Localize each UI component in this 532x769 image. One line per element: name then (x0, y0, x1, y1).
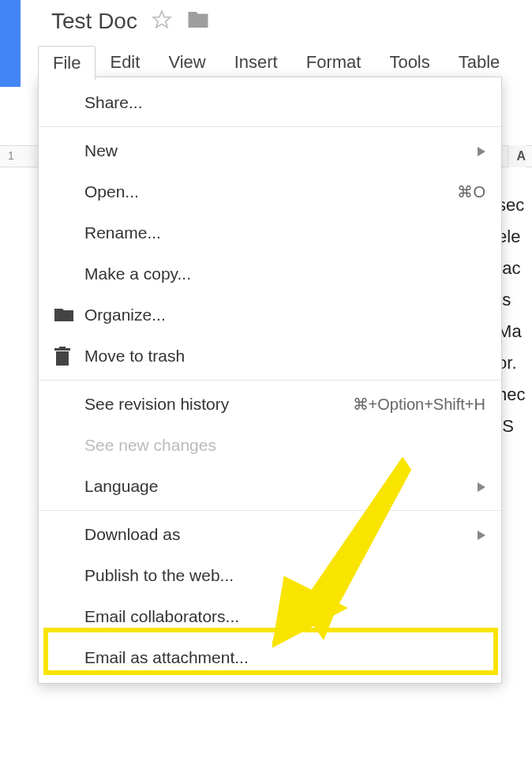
svg-rect-2 (56, 351, 69, 366)
menu-new-changes-label: See new changes (84, 436, 485, 455)
menu-make-copy-label: Make a copy... (84, 264, 485, 283)
menu-email-attachment[interactable]: Email as attachment... (39, 637, 501, 678)
menu-rename[interactable]: Rename... (39, 212, 501, 253)
menu-separator (39, 126, 501, 127)
file-menu-dropdown: Share... New Open... ⌘O Rename... Make a… (38, 77, 502, 684)
svg-marker-6 (478, 531, 485, 540)
menu-email-collaborators[interactable]: Email collaborators... (39, 596, 501, 637)
ruler-mark: 1 (8, 149, 14, 162)
menu-organize[interactable]: Organize... (39, 294, 501, 336)
menu-publish-label: Publish to the web... (84, 566, 485, 585)
submenu-arrow-icon (478, 141, 485, 160)
document-title[interactable]: Test Doc (51, 9, 137, 34)
menu-download-label: Download as (84, 525, 470, 544)
menu-trash-label: Move to trash (84, 347, 485, 366)
submenu-arrow-icon (478, 525, 485, 544)
menu-table[interactable]: Table (444, 46, 515, 81)
menu-view[interactable]: View (154, 46, 219, 81)
menu-organize-label: Organize... (84, 306, 485, 324)
menu-format[interactable]: Format (292, 46, 376, 81)
ruler-right-label: A (508, 145, 526, 167)
star-icon[interactable] (152, 9, 172, 33)
folder-icon[interactable] (186, 8, 210, 35)
menu-bar: File Edit View Insert Format Tools Table (38, 46, 514, 81)
menu-share-label: Share... (84, 93, 485, 112)
menu-share[interactable]: Share... (39, 82, 501, 123)
menu-make-copy[interactable]: Make a copy... (39, 253, 501, 294)
menu-insert[interactable]: Insert (220, 46, 292, 81)
svg-marker-0 (153, 11, 170, 28)
menu-language-label: Language (84, 477, 470, 496)
svg-marker-5 (478, 482, 485, 492)
menu-revision-label: See revision history (84, 395, 353, 414)
menu-email-attach-label: Email as attachment... (84, 648, 485, 667)
menu-file[interactable]: File (38, 46, 96, 81)
menu-edit[interactable]: Edit (96, 46, 154, 81)
menu-new-label: New (84, 141, 470, 160)
menu-separator (39, 380, 501, 381)
menu-rename-label: Rename... (84, 223, 485, 242)
menu-publish-to-web[interactable]: Publish to the web... (39, 555, 501, 596)
submenu-arrow-icon (478, 477, 485, 496)
folder-solid-icon (54, 307, 84, 323)
svg-marker-1 (478, 147, 485, 156)
svg-rect-3 (54, 348, 70, 351)
menu-download-as[interactable]: Download as (39, 514, 501, 555)
menu-revision-history[interactable]: See revision history ⌘+Option+Shift+H (39, 384, 501, 425)
menu-language[interactable]: Language (39, 466, 501, 507)
menu-open-label: Open... (84, 182, 457, 201)
menu-move-to-trash[interactable]: Move to trash (39, 336, 501, 377)
menu-tools[interactable]: Tools (375, 46, 444, 81)
trash-icon (54, 347, 84, 366)
menu-open-shortcut: ⌘O (457, 182, 485, 201)
app-sidebar-strip (0, 0, 21, 87)
menu-new[interactable]: New (39, 130, 501, 171)
menu-open[interactable]: Open... ⌘O (39, 171, 501, 212)
menu-separator (39, 510, 501, 511)
menu-email-collab-label: Email collaborators... (84, 607, 485, 626)
menu-revision-shortcut: ⌘+Option+Shift+H (353, 395, 485, 414)
menu-see-new-changes: See new changes (39, 425, 501, 466)
svg-rect-4 (59, 347, 66, 348)
